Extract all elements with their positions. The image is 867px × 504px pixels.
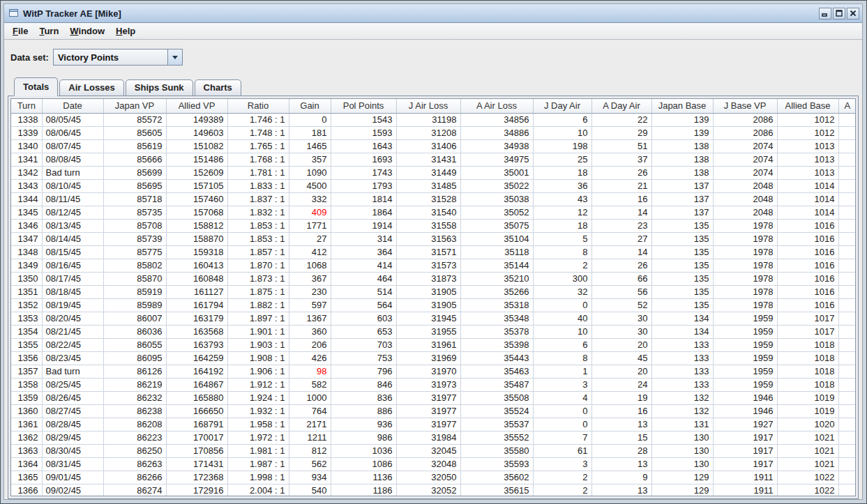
column-header-ratio[interactable]: Ratio <box>227 99 289 113</box>
table-scrollpane[interactable]: TurnDateJapan VPAllied VPRatioGainPol Po… <box>10 98 856 496</box>
cell-gain: 409 <box>289 206 331 219</box>
cell-a-air-loss: 35052 <box>460 206 533 219</box>
column-header-j-air-loss[interactable]: J Air Loss <box>396 99 460 113</box>
combo-dropdown-button[interactable] <box>167 49 182 65</box>
tab-totals[interactable]: Totals <box>14 77 58 96</box>
maximize-button[interactable] <box>833 8 845 20</box>
table-row-turn-1356[interactable]: 135608/23/45860951642591.908 : 142675331… <box>11 351 856 365</box>
minimize-button[interactable] <box>819 8 831 20</box>
cell-pol-points: 314 <box>331 232 396 245</box>
table-row-turn-1347[interactable]: 134708/14/45857391588701.853 : 127314315… <box>11 232 856 245</box>
column-header-a-air-loss[interactable]: A Air Loss <box>460 99 533 113</box>
column-header-a[interactable]: A <box>838 99 856 113</box>
column-header-turn[interactable]: Turn <box>11 99 42 113</box>
cell-japan-vp: 85989 <box>103 298 166 312</box>
tab-ships-sunk[interactable]: Ships Sunk <box>126 79 193 96</box>
cell-turn: 1350 <box>11 272 42 285</box>
table-row-turn-1355[interactable]: 135508/22/45860551637931.903 : 120670331… <box>11 338 856 351</box>
column-header-date[interactable]: Date <box>42 99 103 113</box>
table-row-turn-1363[interactable]: 136308/30/45862501708561.981 : 181210363… <box>11 444 856 457</box>
menu-turn[interactable]: Turn <box>33 24 64 38</box>
column-header-a-day-air[interactable]: A Day Air <box>591 99 651 113</box>
table-row-turn-1349[interactable]: 134908/16/45858021604131.870 : 110684143… <box>11 259 856 272</box>
table-row-turn-1352[interactable]: 135208/19/45859891617941.882 : 159756431… <box>11 298 856 312</box>
table-row-turn-1361[interactable]: 136108/28/45862081687911.958 : 121719363… <box>11 418 856 431</box>
cell-pol-points: 653 <box>331 325 396 338</box>
cell-allied-base: 1014 <box>777 206 838 219</box>
cell-j-day-air: 3 <box>533 378 591 391</box>
column-header-gain[interactable]: Gain <box>289 99 331 113</box>
cell-ratio: 1.748 : 1 <box>227 126 289 139</box>
dataset-selected-value: Victory Points <box>54 52 167 63</box>
table-row-turn-1350[interactable]: 135008/17/45858701608481.873 : 136746431… <box>11 272 856 285</box>
menu-mnemonic: F <box>13 26 18 36</box>
cell-j-base-vp: 2048 <box>713 206 777 219</box>
table-row-turn-1353[interactable]: 135308/20/45860071631791.897 : 113676033… <box>11 312 856 325</box>
table-row-turn-1340[interactable]: 134008/07/45856191510821.765 : 114651643… <box>11 139 856 153</box>
column-header-allied-vp[interactable]: Allied VP <box>166 99 227 113</box>
cell-a-air-loss: 35210 <box>460 272 533 285</box>
cell-turn: 1348 <box>11 245 42 259</box>
dataset-combobox[interactable]: Victory Points <box>53 49 183 66</box>
column-header-allied-base[interactable]: Allied Base <box>777 99 838 113</box>
column-header-japan-vp[interactable]: Japan VP <box>103 99 166 113</box>
table-row-turn-1348[interactable]: 134808/15/45857751593181.857 : 141236431… <box>11 245 856 259</box>
column-header-japan-base[interactable]: Japan Base <box>651 99 713 113</box>
table-row-turn-1359[interactable]: 135908/26/45862321658801.924 : 110008363… <box>11 391 856 404</box>
cell-japan-vp: 86007 <box>103 312 166 325</box>
cell-date: 08/12/45 <box>42 206 103 219</box>
cell-pol-points: 846 <box>331 378 396 391</box>
cell-japan-vp: 86250 <box>103 444 166 457</box>
table-row-turn-1362[interactable]: 136208/29/45862231700171.972 : 112119863… <box>11 431 856 444</box>
menu-help[interactable]: Help <box>110 24 141 38</box>
cell-pol-points: 1914 <box>331 219 396 232</box>
table-row-turn-1338[interactable]: 133808/05/45855721493891.746 : 101543311… <box>11 113 856 126</box>
table-row-turn-1341[interactable]: 134108/08/45856661514861.768 : 135716933… <box>11 153 856 166</box>
cell-pol-points: 414 <box>331 259 396 272</box>
cell-pol-points: 1793 <box>331 179 396 192</box>
cell-japan-base: 138 <box>651 166 713 179</box>
close-button[interactable] <box>847 8 859 20</box>
table-row-turn-1358[interactable]: 135808/25/45862191648671.912 : 158284631… <box>11 378 856 391</box>
cell-date: 08/21/45 <box>42 325 103 338</box>
table-row-turn-1357[interactable]: 1357Bad turn861261641921.906 : 198796319… <box>11 365 856 378</box>
cell-j-day-air: 198 <box>533 139 591 153</box>
cell-gain: 367 <box>289 272 331 285</box>
cell-allied-base: 1021 <box>777 457 838 471</box>
tab-air-losses[interactable]: Air Losses <box>59 79 123 96</box>
cell-gain: 582 <box>289 378 331 391</box>
table-row-turn-1364[interactable]: 136408/31/45862631714311.987 : 156210863… <box>11 457 856 471</box>
cell-a-air-loss: 35398 <box>460 338 533 351</box>
cell-pol-points: 886 <box>331 404 396 418</box>
cell-j-base-vp: 1978 <box>713 285 777 298</box>
table-row-turn-1346[interactable]: 134608/13/45857081588121.853 : 117711914… <box>11 219 856 232</box>
table-row-turn-1345[interactable]: 134508/12/45857351570681.832 : 140918643… <box>11 206 856 219</box>
cell-j-base-vp: 1959 <box>713 351 777 365</box>
cell-turn: 1359 <box>11 391 42 404</box>
cell-japan-base: 139 <box>651 126 713 139</box>
cell-turn: 1356 <box>11 351 42 365</box>
table-row-turn-1360[interactable]: 136008/27/45862381666501.932 : 176488631… <box>11 404 856 418</box>
table-row-turn-1365[interactable]: 136509/01/45862661723681.998 : 193411363… <box>11 471 856 484</box>
column-header-j-base-vp[interactable]: J Base VP <box>713 99 777 113</box>
menu-window[interactable]: Window <box>64 24 110 38</box>
cell-a <box>838 404 856 418</box>
title-bar[interactable]: WitP Tracker AE [Mike] <box>4 4 862 23</box>
table-row-turn-1342[interactable]: 1342Bad turn856991526091.781 : 110901743… <box>11 166 856 179</box>
cell-japan-vp: 85572 <box>103 113 166 126</box>
table-row-turn-1343[interactable]: 134308/10/45856951571051.833 : 145001793… <box>11 179 856 192</box>
cell-a-day-air: 24 <box>591 378 651 391</box>
table-row-turn-1366[interactable]: 136609/02/45862741729162.004 : 154011863… <box>11 484 856 496</box>
cell-allied-base: 1018 <box>777 338 838 351</box>
cell-a-air-loss: 35487 <box>460 378 533 391</box>
table-row-turn-1354[interactable]: 135408/21/45860361635681.901 : 136065331… <box>11 325 856 338</box>
column-header-pol-points[interactable]: Pol Points <box>331 99 396 113</box>
table-row-turn-1339[interactable]: 133908/06/45856051496031.748 : 118115933… <box>11 126 856 139</box>
column-header-j-day-air[interactable]: J Day Air <box>533 99 591 113</box>
tab-charts[interactable]: Charts <box>195 79 241 96</box>
cell-a <box>838 351 856 365</box>
table-row-turn-1351[interactable]: 135108/18/45859191611271.875 : 123051431… <box>11 285 856 298</box>
table-row-turn-1344[interactable]: 134408/11/45857181574601.837 : 133218143… <box>11 192 856 206</box>
menu-file[interactable]: File <box>7 24 33 38</box>
cell-ratio: 2.004 : 1 <box>227 484 289 496</box>
